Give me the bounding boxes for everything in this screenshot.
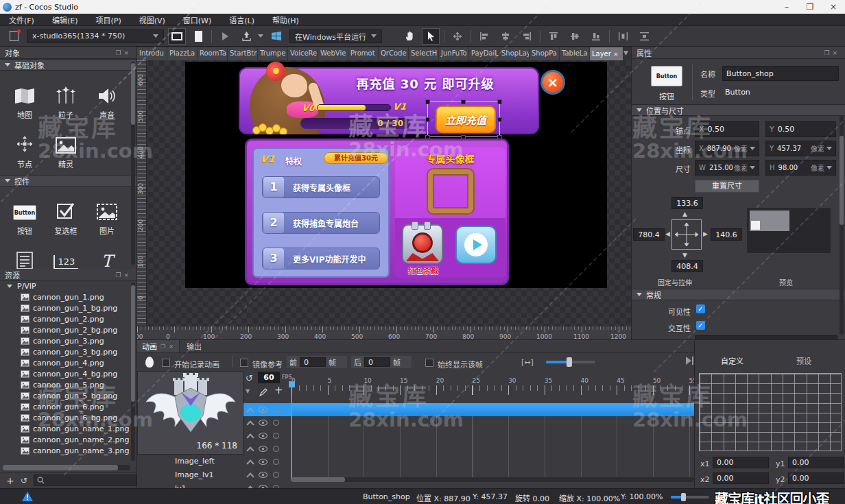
animation-tab[interactable]: 动画 ❐ × — [137, 340, 180, 352]
palette-item-checkbox[interactable]: 复选框 — [45, 192, 86, 236]
eye-icon[interactable] — [259, 420, 267, 426]
keyframe-ring-icon[interactable] — [273, 420, 279, 426]
float-panel-icon[interactable]: ❐ — [824, 49, 832, 56]
resource-file[interactable]: cannon_gun_5_bg.png — [0, 390, 136, 401]
minimize-icon[interactable]: – — [775, 2, 798, 12]
canvas-zoom-slider[interactable] — [671, 496, 709, 499]
align-right-icon[interactable] — [519, 29, 535, 44]
menu-item[interactable]: 编辑(E) — [43, 14, 87, 25]
x2-input[interactable]: 0.00 — [713, 472, 769, 484]
document-tab[interactable]: ShopPa — [529, 47, 559, 60]
after-input[interactable]: 0 — [364, 357, 390, 367]
resource-search-input[interactable] — [34, 475, 136, 486]
resources-scrollbar-v[interactable] — [131, 283, 135, 461]
eye-icon[interactable] — [259, 459, 267, 465]
mirror-checkbox[interactable] — [240, 359, 248, 367]
reset-size-button[interactable]: 重置尺寸 — [695, 180, 759, 193]
visibility-checkbox[interactable]: ✓ — [696, 304, 705, 313]
timeline-zoom-slider[interactable] — [546, 361, 595, 363]
loop-icon[interactable]: ↺ — [246, 373, 253, 383]
hand-tool-icon[interactable] — [401, 29, 418, 44]
align-middle-v-icon[interactable] — [567, 29, 583, 44]
keyframe-ring-icon[interactable] — [273, 446, 279, 452]
palette-item-node[interactable]: 节点 — [4, 125, 45, 169]
document-tab[interactable]: RoomTa — [198, 47, 227, 60]
menu-item[interactable]: 文件(F) — [0, 14, 43, 25]
tab-list-chevron-icon[interactable]: ▼ — [623, 49, 628, 56]
keyframe-ring-icon[interactable] — [273, 459, 279, 465]
landscape-button[interactable] — [169, 29, 185, 44]
resource-file[interactable]: cannon_gun_1_bg.png — [0, 302, 136, 313]
y2-input[interactable]: 0.00 — [788, 472, 844, 484]
document-tab[interactable]: PayDaiL — [469, 47, 499, 60]
before-input[interactable]: 0 — [300, 357, 326, 367]
document-tab[interactable]: SelectH — [409, 47, 438, 60]
resource-file[interactable]: cannon_gun_6_bg.png — [0, 412, 136, 423]
general-section-header[interactable]: 常规 — [632, 289, 845, 300]
palette-item-sprite[interactable]: 精灵 — [45, 125, 86, 169]
float-panel-icon[interactable]: ❐ — [160, 344, 165, 350]
menu-item[interactable]: 帮助(H) — [263, 14, 308, 25]
align-top-icon[interactable] — [545, 29, 562, 44]
coord-y-field[interactable]: Y457.37像素 — [765, 141, 836, 156]
document-tab[interactable]: JunFuTo — [439, 47, 468, 60]
menu-item[interactable]: 语言(L) — [220, 14, 263, 25]
close-panel-icon[interactable]: × — [169, 344, 174, 350]
document-tab[interactable]: VoiceRe — [288, 47, 318, 60]
document-tab[interactable]: Promot — [348, 47, 378, 60]
distribute-v-icon[interactable] — [636, 29, 652, 44]
record-animation-icon[interactable] — [145, 357, 154, 368]
resource-file[interactable]: cannon_gun_4.png — [0, 357, 136, 368]
curve-tab-custom[interactable]: 自定义 — [721, 355, 743, 366]
eye-icon[interactable] — [259, 433, 267, 439]
add-keyframe-icon[interactable]: + — [274, 384, 283, 396]
anchor-x-field[interactable]: X0.50 — [695, 121, 759, 137]
palette-item-fnt-font[interactable]: T FNT字体 — [86, 241, 128, 269]
track-label[interactable]: Image_left — [175, 457, 215, 466]
portrait-button[interactable] — [190, 29, 206, 44]
margin-bottom-field[interactable]: 408.4 — [671, 260, 703, 272]
selection-handle[interactable] — [461, 99, 466, 104]
document-tab-active[interactable]: Layer × — [590, 47, 623, 60]
name-input[interactable]: Button_shop — [722, 66, 839, 81]
coord-x-field[interactable]: X887.90像素 — [695, 141, 759, 156]
margin-top-field[interactable]: 133.6 — [671, 197, 703, 209]
palette-item-button[interactable]: Button 按钮 — [4, 192, 45, 236]
track-label[interactable]: Image_lv1 — [175, 470, 214, 479]
refresh-icon[interactable]: ↺ — [21, 476, 27, 485]
palette-item-art-number[interactable]: 123 艺术数字 — [45, 241, 86, 269]
red-cannon-icon[interactable] — [402, 224, 443, 264]
size-h-field[interactable]: H98.00像素 — [765, 160, 836, 176]
resource-file[interactable]: cannon_gun_3.png — [0, 335, 136, 346]
expand-row-icon[interactable] — [246, 472, 254, 480]
resource-root-folder[interactable]: P/VIP — [0, 281, 136, 291]
expand-row-icon[interactable] — [246, 433, 254, 441]
document-tab[interactable]: PlazzLa — [167, 47, 197, 60]
keyframe-ring-icon[interactable] — [273, 472, 279, 478]
selection-handle[interactable] — [425, 99, 430, 104]
slider-handle[interactable] — [681, 493, 686, 501]
canvas-workspace[interactable]: 6005004003002001000-100 — [137, 60, 631, 326]
document-tab[interactable]: Introdu — [137, 47, 167, 60]
close-panel-icon[interactable]: × — [123, 49, 132, 56]
pencil-icon[interactable] — [259, 387, 268, 396]
align-bottom-icon[interactable] — [588, 29, 604, 44]
expand-row-icon[interactable] — [246, 459, 254, 467]
document-tab[interactable]: Trumpe — [258, 47, 287, 60]
align-center-h-icon[interactable] — [497, 29, 514, 44]
document-tab[interactable]: TableLa — [560, 47, 589, 60]
add-resource-icon[interactable]: + — [6, 475, 14, 486]
move-tool-icon[interactable] — [449, 29, 466, 44]
playhead-handle[interactable] — [289, 381, 295, 387]
size-w-field[interactable]: W215.00像素 — [695, 160, 759, 176]
curve-grid[interactable] — [699, 373, 842, 451]
expand-row-icon[interactable] — [246, 446, 254, 454]
distribute-h-icon[interactable] — [615, 29, 631, 44]
publish-chevron-icon[interactable] — [258, 34, 263, 38]
palette-item-particle[interactable]: 粒子 — [45, 76, 86, 120]
restore-icon[interactable]: ❐ — [798, 2, 822, 12]
document-tab[interactable]: StartBtn — [228, 47, 257, 60]
run-target-select[interactable]: 在Windows平台运行 — [289, 29, 382, 43]
controls-section-header[interactable]: 控件 — [0, 175, 136, 187]
position-size-section-header[interactable]: 位置与尺寸 — [632, 104, 845, 116]
